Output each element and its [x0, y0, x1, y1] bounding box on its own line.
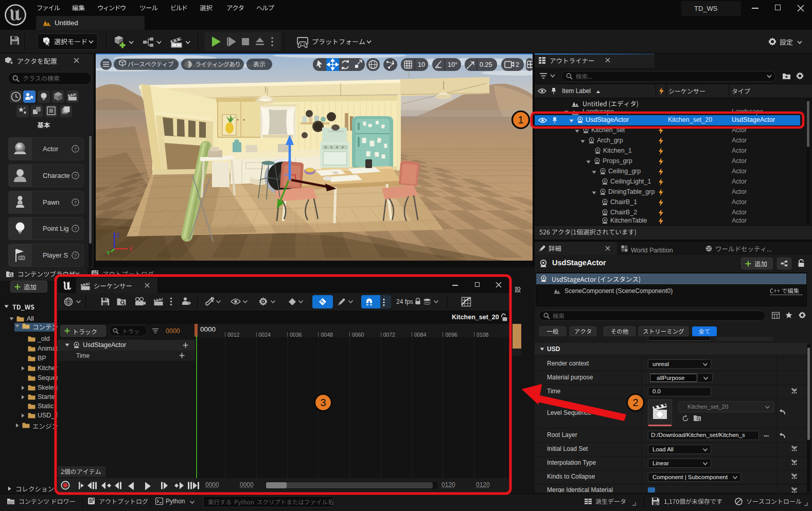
svg-text:1: 1 — [518, 114, 523, 125]
svg-text:3: 3 — [320, 397, 326, 408]
svg-text:2: 2 — [632, 397, 638, 408]
